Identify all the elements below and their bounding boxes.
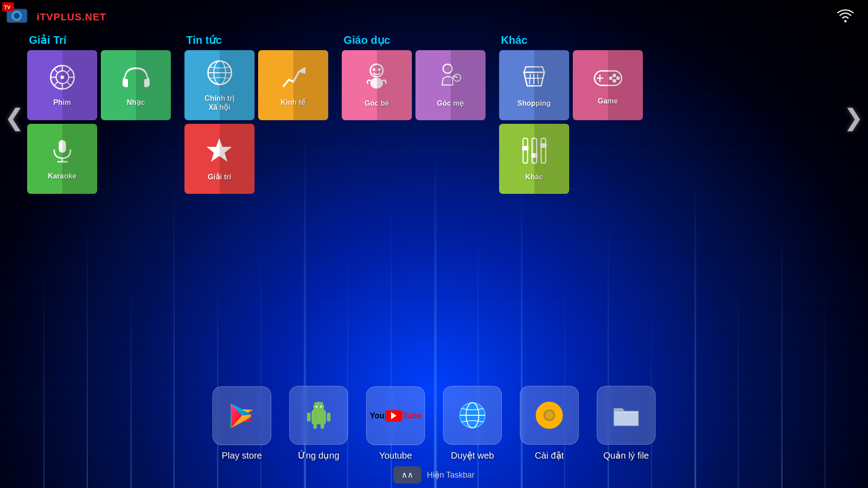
tile-khac-label: Khác <box>525 173 543 181</box>
svg-rect-45 <box>522 146 528 150</box>
svg-line-17 <box>54 82 58 85</box>
tile-phim[interactable]: Phim <box>27 50 97 120</box>
svg-point-6 <box>844 20 847 23</box>
tile-goc-me-label: Góc mẹ <box>437 99 464 108</box>
svg-point-8 <box>56 71 69 84</box>
svg-line-15 <box>67 82 71 85</box>
music-icon <box>123 64 150 94</box>
app-ung-dung-label: Ứng dụng <box>298 450 339 461</box>
cat-group-giai-tri: Giải Trí <box>27 34 171 194</box>
taskbar-btn-icon: ∧∧ <box>401 470 413 480</box>
svg-rect-18 <box>59 140 66 153</box>
taskbar-button[interactable]: ∧∧ <box>393 466 421 483</box>
tile-game[interactable]: Game <box>573 50 643 120</box>
svg-point-28 <box>370 78 383 89</box>
cat-group-khac: Khác <box>499 34 643 194</box>
svg-line-31 <box>529 74 530 84</box>
mic-icon <box>49 137 76 168</box>
svg-point-55 <box>320 406 322 408</box>
tile-shopping[interactable]: Shopping <box>499 50 569 120</box>
nav-arrow-right[interactable]: ❯ <box>844 104 863 131</box>
svg-line-33 <box>538 74 538 84</box>
svg-rect-58 <box>307 413 311 422</box>
app-duyet-web-label: Duyệt web <box>451 450 494 461</box>
cat-group-giao-duc: Giáo dục <box>342 34 486 120</box>
svg-rect-42 <box>532 138 537 163</box>
app-cai-dat-label: Cài đặt <box>535 450 564 461</box>
cat-group-tin-tuc: Tin tức Chính tr <box>184 34 328 194</box>
app-duyet-web[interactable]: Duyệt web <box>443 386 502 461</box>
wifi-icon <box>836 8 854 26</box>
sliders-icon <box>519 136 549 169</box>
tile-kinh-te[interactable]: Kinh tế <box>258 50 328 120</box>
app-youtube[interactable]: You Tube Youtube <box>366 386 425 461</box>
duyet-web-icon-wrap <box>443 386 502 445</box>
taskbar-label: Hiện Taskbar <box>427 470 475 480</box>
tile-nhac-label: Nhạc <box>127 98 145 107</box>
svg-point-29 <box>443 64 452 73</box>
cat-title-khac: Khác <box>499 34 643 47</box>
cat-title-giai-tri: Giải Trí <box>27 34 171 47</box>
svg-point-27 <box>378 68 381 71</box>
tile-goc-be-label: Góc bé <box>364 99 389 108</box>
film-icon <box>49 64 76 94</box>
svg-point-26 <box>373 68 375 71</box>
svg-point-9 <box>61 75 64 79</box>
svg-point-41 <box>609 76 613 80</box>
app-quan-ly-file[interactable]: Quản lý file <box>597 386 656 461</box>
svg-point-39 <box>616 76 620 80</box>
app-play-store[interactable]: Play store <box>212 386 271 461</box>
header: TV iTVPLUS.NET <box>0 0 868 29</box>
star-icon <box>205 136 234 169</box>
app-quan-ly-file-label: Quản lý file <box>604 450 649 461</box>
globe-icon <box>206 59 234 90</box>
svg-rect-60 <box>313 423 317 429</box>
tile-goc-be[interactable]: Góc bé <box>342 50 412 120</box>
tile-karaoke[interactable]: Karaoke <box>27 124 97 194</box>
svg-point-71 <box>545 411 553 419</box>
svg-line-16 <box>67 69 71 73</box>
tile-giai-tri-label: Giải trí <box>208 173 231 181</box>
svg-point-40 <box>613 79 616 83</box>
tile-chinh-tri-label: Chính trị Xã hội <box>205 94 234 111</box>
tile-kinh-te-label: Kinh tế <box>281 98 306 107</box>
baby-icon <box>362 62 392 95</box>
cai-dat-icon-wrap <box>520 386 579 445</box>
mom-icon <box>436 62 465 95</box>
tile-game-label: Game <box>598 97 618 105</box>
youtube-icon-wrap: You Tube <box>366 386 425 445</box>
basket-icon <box>519 62 549 95</box>
tile-phim-label: Phim <box>53 98 71 107</box>
cat-title-giao-duc: Giáo dục <box>342 34 486 47</box>
logo-text: iTVPLUS.NET <box>37 11 106 23</box>
app-bar: Play store <box>0 386 868 461</box>
svg-marker-24 <box>207 138 232 162</box>
taskbar-bar: ∧∧ Hiện Taskbar <box>393 466 475 483</box>
app-cai-dat[interactable]: Cài đặt <box>520 386 579 461</box>
svg-point-54 <box>316 406 317 408</box>
tile-giai-tri[interactable]: Giải trí <box>184 124 255 194</box>
tile-shopping-label: Shopping <box>518 99 551 108</box>
quan-ly-file-icon-wrap <box>597 386 656 445</box>
camera-icon: TV <box>5 5 34 29</box>
android-icon-wrap <box>289 386 348 445</box>
svg-text:TV: TV <box>4 5 11 10</box>
categories-section: Giải Trí <box>0 29 868 194</box>
tile-goc-me[interactable]: Góc mẹ <box>415 50 486 120</box>
play-store-icon-wrap <box>212 386 271 445</box>
gamepad-icon <box>593 65 623 93</box>
app-ung-dung[interactable]: Ứng dụng <box>289 386 348 461</box>
svg-rect-61 <box>321 423 324 429</box>
tile-khac[interactable]: Khác <box>499 124 569 194</box>
svg-rect-46 <box>531 153 538 158</box>
svg-point-25 <box>370 64 383 77</box>
svg-rect-44 <box>541 138 546 163</box>
nav-arrow-left[interactable]: ❮ <box>5 104 24 131</box>
svg-rect-43 <box>523 138 528 163</box>
tile-chinh-tri[interactable]: Chính trị Xã hội <box>184 50 255 120</box>
svg-point-38 <box>613 74 616 77</box>
svg-rect-59 <box>327 413 330 422</box>
cat-title-tin-tuc: Tin tức <box>184 34 328 47</box>
svg-line-14 <box>54 69 58 73</box>
tile-nhac[interactable]: Nhạc <box>101 50 171 120</box>
